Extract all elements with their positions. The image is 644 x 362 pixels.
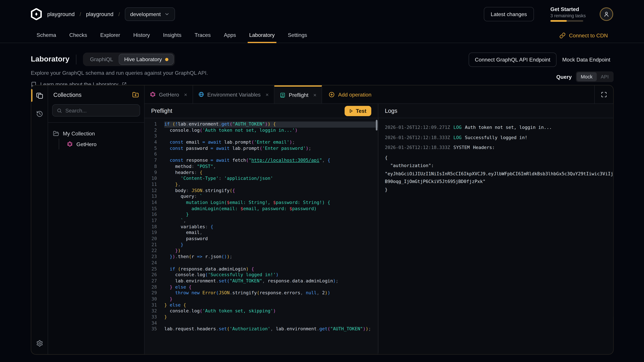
nav-tab-laboratory[interactable]: Laboratory xyxy=(248,28,276,43)
log-entry: 2026-01-26T12:12:09.271ZLOGAuth token no… xyxy=(385,123,606,132)
line-number: 19 xyxy=(144,230,157,236)
lab-mode-toggle: GraphiQL Hive Laboratory xyxy=(83,52,175,66)
new-collection-folder-plus-icon[interactable] xyxy=(132,91,139,98)
line-number: 27 xyxy=(144,278,157,284)
line-number: 23 xyxy=(144,254,157,260)
add-operation-button[interactable]: Add operation xyxy=(322,85,378,103)
code-line: 7 const response = await fetch("http://l… xyxy=(144,158,378,164)
target-selector-value: development xyxy=(130,11,161,17)
active-mode-dot xyxy=(165,58,168,61)
collection-operation-label: GetHero xyxy=(76,141,96,147)
nav-tab-checks[interactable]: Checks xyxy=(68,28,89,43)
line-number: 34 xyxy=(144,321,157,327)
globe-icon xyxy=(198,91,204,97)
connect-to-cdn-link[interactable]: Connect to CDN xyxy=(560,28,613,43)
target-selector[interactable]: development xyxy=(125,7,175,21)
workspace-main: GetHero × Environment Variables × Prefli… xyxy=(144,85,613,354)
code-line: 2 console.log('Auth token not set, loggi… xyxy=(144,128,378,134)
close-icon[interactable]: × xyxy=(313,92,316,98)
line-number: 17 xyxy=(144,218,157,224)
rail-history-button[interactable] xyxy=(31,105,48,123)
nav-tab-insights[interactable]: Insights xyxy=(161,28,183,43)
latest-changes-button[interactable]: Latest changes xyxy=(484,7,534,21)
preflight-code-editor[interactable]: 1if (!lab.environment.get("AUTH_TOKEN"))… xyxy=(144,118,378,354)
mock-data-endpoint-button[interactable]: Mock Data Endpoint xyxy=(559,53,614,66)
nav-tab-explorer[interactable]: Explorer xyxy=(98,28,122,43)
logs-panel-title: Logs xyxy=(385,108,397,114)
code-line: 34 xyxy=(144,321,378,327)
hive-logo-icon xyxy=(31,8,42,20)
line-number: 12 xyxy=(144,188,157,194)
code-line: 10 'Content-Type': 'application/json' xyxy=(144,176,378,182)
add-operation-label: Add operation xyxy=(338,91,372,97)
graphql-icon xyxy=(67,141,72,147)
tab-gethero[interactable]: GetHero × xyxy=(144,85,193,103)
mode-option-hive-laboratory[interactable]: Hive Laboratory xyxy=(119,54,174,65)
line-number: 30 xyxy=(144,296,157,302)
gear-icon xyxy=(36,340,43,347)
main-nav: Schema Checks Explorer History Insights … xyxy=(0,28,644,43)
code-line: 20 password xyxy=(144,236,378,242)
query-mode-mock[interactable]: Mock xyxy=(576,72,596,81)
line-number: 24 xyxy=(144,260,157,266)
close-icon[interactable]: × xyxy=(266,91,269,97)
nav-tab-settings[interactable]: Settings xyxy=(286,28,309,43)
breadcrumb: playground / playground / development xyxy=(47,7,175,21)
line-number: 3 xyxy=(144,134,157,140)
collection-operation-gethero[interactable]: GetHero xyxy=(67,139,96,149)
nav-tab-traces[interactable]: Traces xyxy=(193,28,212,43)
tree-indent-guide xyxy=(59,139,59,149)
code-line: 17 `, xyxy=(144,218,378,224)
rail-settings-button[interactable] xyxy=(31,334,48,353)
get-started-widget[interactable]: Get Started 3 remaining tasks xyxy=(550,6,583,22)
code-line: 23 }).then(r => r.json()); xyxy=(144,254,378,260)
line-number: 28 xyxy=(144,284,157,290)
query-mode-api[interactable]: API xyxy=(597,72,613,81)
code-line: 3 xyxy=(144,134,378,140)
line-number: 1 xyxy=(144,121,157,128)
tab-preflight[interactable]: Preflight × xyxy=(274,85,322,103)
nav-tab-history[interactable]: History xyxy=(132,28,152,43)
line-number: 8 xyxy=(144,164,157,170)
code-line: 11 }, xyxy=(144,182,378,188)
close-icon[interactable]: × xyxy=(184,91,187,97)
line-number: 13 xyxy=(144,194,157,200)
divider xyxy=(76,54,76,64)
nav-tab-schema[interactable]: Schema xyxy=(35,28,58,43)
sidebar-rail xyxy=(31,85,48,354)
rail-collections-button[interactable] xyxy=(31,86,48,105)
code-line: 15 adminLogin(email: $email, password: $… xyxy=(144,206,378,212)
log-json-line: B90oqg_IjOmGtjP6CkiV5Jt695jBD0fjzPxk" xyxy=(385,178,606,186)
user-avatar[interactable] xyxy=(600,7,613,21)
editor-scrollbar-thumb[interactable] xyxy=(376,120,378,131)
code-line: 27 lab.environment.set("AUTH_TOKEN", res… xyxy=(144,278,378,284)
code-line: 18 variables: { xyxy=(144,224,378,230)
connect-to-cdn-label: Connect to CDN xyxy=(569,32,608,38)
logs-output: 2026-01-26T12:12:09.271ZLOGAuth token no… xyxy=(378,118,613,354)
collections-sidebar: Collections Search... My Collection GetH… xyxy=(48,85,145,354)
tab-environment-variables[interactable]: Environment Variables × xyxy=(193,85,274,103)
code-line: 16 } xyxy=(144,212,378,218)
collection-folder-my-collection[interactable]: My Collection xyxy=(53,128,139,139)
breadcrumb-separator: / xyxy=(118,11,120,17)
code-line: 26 console.log('Successfully logged in!'… xyxy=(144,272,378,278)
top-header: playground / playground / development La… xyxy=(0,0,644,28)
search-icon xyxy=(57,108,62,113)
nav-tab-apps[interactable]: Apps xyxy=(222,28,238,43)
connect-graphql-endpoint-button[interactable]: Connect GraphQL API Endpoint xyxy=(469,52,556,67)
code-line: 6 xyxy=(144,152,378,158)
line-number: 22 xyxy=(144,248,157,254)
query-mode-toggle: Mock API xyxy=(576,71,614,82)
test-button[interactable]: Test xyxy=(345,106,371,116)
collections-search-input[interactable]: Search... xyxy=(52,104,140,116)
log-entry: 2026-01-26T12:12:18.333ZLOGSuccessfully … xyxy=(385,134,606,142)
breadcrumb-org[interactable]: playground xyxy=(47,11,75,17)
app-root: playground / playground / development La… xyxy=(0,0,644,362)
history-icon xyxy=(36,110,43,117)
query-label: Query xyxy=(556,74,572,80)
breadcrumb-project[interactable]: playground xyxy=(86,11,114,17)
line-number: 4 xyxy=(144,140,157,146)
mode-option-graphiql[interactable]: GraphiQL xyxy=(84,54,119,65)
fullscreen-button[interactable] xyxy=(594,85,613,103)
line-number: 21 xyxy=(144,242,157,248)
